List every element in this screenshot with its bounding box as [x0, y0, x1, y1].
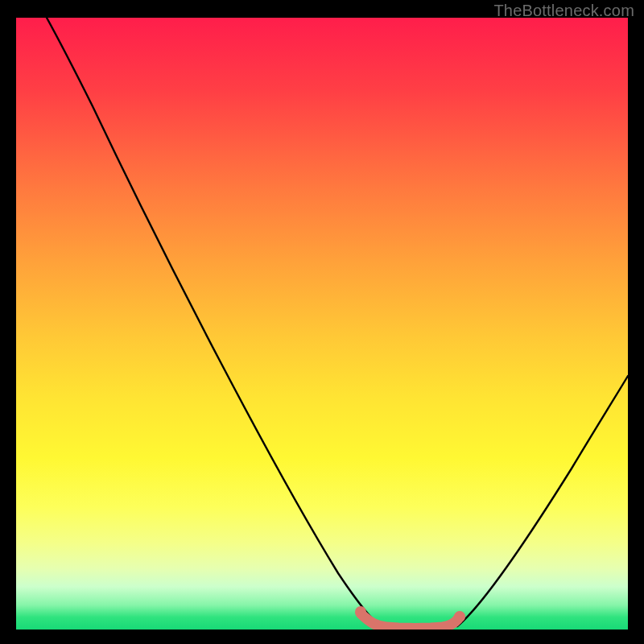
chart-frame: TheBottleneck.com	[0, 0, 644, 644]
bottleneck-curve-right	[457, 376, 628, 626]
curve-layer	[16, 18, 628, 630]
bottleneck-curve-left	[47, 18, 377, 623]
plot-area	[16, 18, 628, 630]
highlight-dot-left	[355, 606, 366, 617]
optimal-zone-highlight	[361, 613, 460, 629]
highlight-dot-right	[454, 611, 465, 622]
